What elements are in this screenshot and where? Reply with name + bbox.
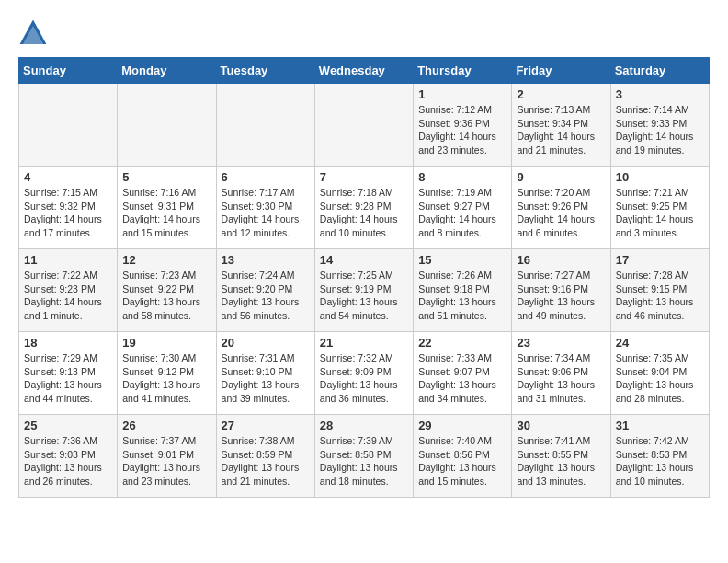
calendar-cell: 4Sunrise: 7:15 AM Sunset: 9:32 PM Daylig… — [19, 167, 118, 249]
day-number: 5 — [122, 170, 210, 184]
day-number: 20 — [222, 336, 310, 350]
calendar-week-1: 4Sunrise: 7:15 AM Sunset: 9:32 PM Daylig… — [19, 167, 710, 249]
day-info: Sunrise: 7:25 AM Sunset: 9:19 PM Dayligh… — [320, 269, 408, 323]
calendar-cell: 11Sunrise: 7:22 AM Sunset: 9:23 PM Dayli… — [19, 249, 118, 332]
calendar-table: SundayMondayTuesdayWednesdayThursdayFrid… — [18, 57, 710, 498]
calendar-cell: 1Sunrise: 7:12 AM Sunset: 9:36 PM Daylig… — [414, 84, 512, 167]
calendar-cell: 23Sunrise: 7:34 AM Sunset: 9:06 PM Dayli… — [512, 332, 610, 415]
day-info: Sunrise: 7:30 AM Sunset: 9:12 PM Dayligh… — [122, 351, 210, 406]
day-number: 23 — [517, 336, 605, 350]
day-number: 1 — [418, 87, 506, 101]
day-info: Sunrise: 7:14 AM Sunset: 9:33 PM Dayligh… — [616, 103, 704, 157]
calendar-cell: 3Sunrise: 7:14 AM Sunset: 9:33 PM Daylig… — [610, 84, 709, 167]
day-number: 14 — [320, 253, 408, 267]
day-info: Sunrise: 7:12 AM Sunset: 9:36 PM Dayligh… — [418, 103, 506, 157]
day-info: Sunrise: 7:18 AM Sunset: 9:28 PM Dayligh… — [320, 186, 408, 240]
day-number: 19 — [122, 336, 210, 350]
day-number: 11 — [24, 253, 112, 267]
calendar-cell — [216, 84, 314, 167]
day-number: 3 — [616, 87, 704, 101]
calendar-cell: 24Sunrise: 7:35 AM Sunset: 9:04 PM Dayli… — [610, 332, 709, 415]
calendar-week-4: 25Sunrise: 7:36 AM Sunset: 9:03 PM Dayli… — [19, 415, 710, 498]
day-number: 4 — [24, 170, 112, 184]
day-number: 24 — [616, 336, 704, 350]
day-info: Sunrise: 7:42 AM Sunset: 8:53 PM Dayligh… — [616, 434, 704, 488]
calendar-cell: 31Sunrise: 7:42 AM Sunset: 8:53 PM Dayli… — [610, 415, 709, 498]
day-info: Sunrise: 7:16 AM Sunset: 9:31 PM Dayligh… — [122, 186, 210, 240]
calendar-cell: 12Sunrise: 7:23 AM Sunset: 9:22 PM Dayli… — [118, 249, 216, 332]
calendar-cell: 14Sunrise: 7:25 AM Sunset: 9:19 PM Dayli… — [314, 249, 413, 332]
calendar-cell: 30Sunrise: 7:41 AM Sunset: 8:55 PM Dayli… — [512, 415, 610, 498]
day-info: Sunrise: 7:13 AM Sunset: 9:34 PM Dayligh… — [517, 103, 605, 157]
day-number: 16 — [517, 253, 605, 267]
header-friday: Friday — [512, 58, 610, 84]
calendar-cell: 27Sunrise: 7:38 AM Sunset: 8:59 PM Dayli… — [216, 415, 314, 498]
calendar-cell — [118, 84, 216, 167]
day-number: 21 — [320, 336, 408, 350]
day-info: Sunrise: 7:36 AM Sunset: 9:03 PM Dayligh… — [24, 434, 112, 488]
calendar-cell: 18Sunrise: 7:29 AM Sunset: 9:13 PM Dayli… — [19, 332, 118, 415]
day-info: Sunrise: 7:39 AM Sunset: 8:58 PM Dayligh… — [320, 434, 408, 488]
day-number: 25 — [24, 419, 112, 432]
calendar-cell: 26Sunrise: 7:37 AM Sunset: 9:01 PM Dayli… — [118, 415, 216, 498]
day-info: Sunrise: 7:23 AM Sunset: 9:22 PM Dayligh… — [122, 269, 210, 323]
day-number: 10 — [616, 170, 704, 184]
calendar-cell: 19Sunrise: 7:30 AM Sunset: 9:12 PM Dayli… — [118, 332, 216, 415]
calendar-cell: 29Sunrise: 7:40 AM Sunset: 8:56 PM Dayli… — [414, 415, 512, 498]
logo-icon — [18, 18, 48, 48]
day-info: Sunrise: 7:24 AM Sunset: 9:20 PM Dayligh… — [222, 269, 310, 323]
calendar-cell: 5Sunrise: 7:16 AM Sunset: 9:31 PM Daylig… — [118, 167, 216, 249]
header-wednesday: Wednesday — [314, 58, 413, 84]
day-info: Sunrise: 7:17 AM Sunset: 9:30 PM Dayligh… — [222, 186, 310, 240]
day-info: Sunrise: 7:28 AM Sunset: 9:15 PM Dayligh… — [616, 269, 704, 323]
day-number: 22 — [418, 336, 506, 350]
day-info: Sunrise: 7:15 AM Sunset: 9:32 PM Dayligh… — [24, 186, 112, 240]
header-tuesday: Tuesday — [216, 58, 314, 84]
calendar-cell: 8Sunrise: 7:19 AM Sunset: 9:27 PM Daylig… — [414, 167, 512, 249]
day-info: Sunrise: 7:27 AM Sunset: 9:16 PM Dayligh… — [517, 269, 605, 323]
day-number: 26 — [122, 419, 210, 432]
day-number: 29 — [418, 419, 506, 432]
day-info: Sunrise: 7:26 AM Sunset: 9:18 PM Dayligh… — [418, 269, 506, 323]
day-info: Sunrise: 7:38 AM Sunset: 8:59 PM Dayligh… — [222, 434, 310, 488]
calendar-cell: 13Sunrise: 7:24 AM Sunset: 9:20 PM Dayli… — [216, 249, 314, 332]
calendar-cell: 16Sunrise: 7:27 AM Sunset: 9:16 PM Dayli… — [512, 249, 610, 332]
calendar-cell: 2Sunrise: 7:13 AM Sunset: 9:34 PM Daylig… — [512, 84, 610, 167]
logo — [18, 18, 51, 48]
day-number: 18 — [24, 336, 112, 350]
day-number: 31 — [616, 419, 704, 432]
day-number: 2 — [517, 87, 605, 101]
calendar-cell: 10Sunrise: 7:21 AM Sunset: 9:25 PM Dayli… — [610, 167, 709, 249]
header — [18, 18, 710, 48]
day-info: Sunrise: 7:33 AM Sunset: 9:07 PM Dayligh… — [418, 351, 506, 406]
header-thursday: Thursday — [414, 58, 512, 84]
day-number: 12 — [122, 253, 210, 267]
calendar-cell: 6Sunrise: 7:17 AM Sunset: 9:30 PM Daylig… — [216, 167, 314, 249]
calendar-cell: 25Sunrise: 7:36 AM Sunset: 9:03 PM Dayli… — [19, 415, 118, 498]
day-info: Sunrise: 7:20 AM Sunset: 9:26 PM Dayligh… — [517, 186, 605, 240]
calendar-cell — [314, 84, 413, 167]
calendar-cell: 20Sunrise: 7:31 AM Sunset: 9:10 PM Dayli… — [216, 332, 314, 415]
day-info: Sunrise: 7:34 AM Sunset: 9:06 PM Dayligh… — [517, 351, 605, 406]
calendar-week-2: 11Sunrise: 7:22 AM Sunset: 9:23 PM Dayli… — [19, 249, 710, 332]
day-number: 6 — [222, 170, 310, 184]
day-number: 7 — [320, 170, 408, 184]
day-info: Sunrise: 7:37 AM Sunset: 9:01 PM Dayligh… — [122, 434, 210, 488]
calendar-cell: 7Sunrise: 7:18 AM Sunset: 9:28 PM Daylig… — [314, 167, 413, 249]
calendar-cell: 22Sunrise: 7:33 AM Sunset: 9:07 PM Dayli… — [414, 332, 512, 415]
day-number: 8 — [418, 170, 506, 184]
calendar-cell: 17Sunrise: 7:28 AM Sunset: 9:15 PM Dayli… — [610, 249, 709, 332]
day-number: 9 — [517, 170, 605, 184]
calendar-week-0: 1Sunrise: 7:12 AM Sunset: 9:36 PM Daylig… — [19, 84, 710, 167]
calendar-week-3: 18Sunrise: 7:29 AM Sunset: 9:13 PM Dayli… — [19, 332, 710, 415]
day-number: 15 — [418, 253, 506, 267]
day-info: Sunrise: 7:31 AM Sunset: 9:10 PM Dayligh… — [222, 351, 310, 406]
day-info: Sunrise: 7:21 AM Sunset: 9:25 PM Dayligh… — [616, 186, 704, 240]
calendar-cell — [19, 84, 118, 167]
day-number: 30 — [517, 419, 605, 432]
day-number: 17 — [616, 253, 704, 267]
day-info: Sunrise: 7:29 AM Sunset: 9:13 PM Dayligh… — [24, 351, 112, 406]
day-number: 27 — [222, 419, 310, 432]
calendar-cell: 21Sunrise: 7:32 AM Sunset: 9:09 PM Dayli… — [314, 332, 413, 415]
calendar-cell: 9Sunrise: 7:20 AM Sunset: 9:26 PM Daylig… — [512, 167, 610, 249]
